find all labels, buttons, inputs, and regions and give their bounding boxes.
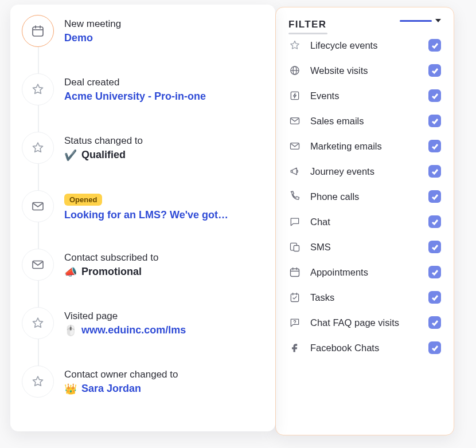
filter-option[interactable]: Appointments	[288, 266, 441, 278]
mail-icon	[288, 115, 301, 127]
filter-option-label: Website visits	[310, 65, 419, 76]
filter-option[interactable]: Tasks	[288, 291, 441, 304]
filter-option-label: Facebook Chats	[310, 343, 419, 353]
timeline-item-label: Status changed to	[64, 135, 265, 147]
filter-option-label: SMS	[310, 242, 419, 253]
inline-emoji-icon: ✔️	[64, 150, 77, 160]
filter-checkbox[interactable]	[428, 316, 441, 329]
timeline-connector	[38, 164, 39, 191]
star-icon	[22, 73, 54, 105]
phone-icon	[288, 190, 301, 203]
bolt-page-icon	[288, 89, 301, 102]
filter-option-label: Tasks	[310, 292, 419, 303]
star-icon	[22, 366, 54, 398]
timeline-item[interactable]: Contact subscribed to📣Promotional	[22, 249, 265, 307]
star-icon	[22, 307, 54, 339]
filter-option-label: Events	[310, 91, 419, 101]
filter-option-label: Chat	[310, 217, 419, 227]
activity-timeline-card: New meetingDemoDeal createdAcme Universi…	[10, 5, 275, 431]
task-icon	[288, 291, 301, 304]
filter-checkbox[interactable]	[428, 341, 441, 354]
filter-option-label: Chat FAQ page visits	[310, 317, 419, 328]
timeline-item-value: Promotional	[81, 266, 142, 278]
filter-option-label: Marketing emails	[310, 141, 419, 152]
filter-checkbox[interactable]	[428, 115, 441, 127]
timeline-item-label: Visited page	[64, 311, 265, 322]
timeline-item-label: Contact owner changed to	[64, 369, 265, 380]
filter-sort-indicator	[400, 20, 432, 22]
star-icon	[22, 132, 54, 164]
filter-checkbox[interactable]	[428, 64, 441, 77]
filter-option[interactable]: Marketing emails	[288, 140, 441, 152]
timeline-item[interactable]: New meetingDemo	[22, 15, 265, 73]
filter-option[interactable]: SMS	[288, 241, 441, 253]
filter-option[interactable]: Events	[288, 89, 441, 102]
mail-icon	[288, 140, 301, 152]
timeline-item-body: Contact subscribed to📣Promotional	[64, 249, 265, 278]
timeline-item-label: New meeting	[64, 18, 265, 30]
filter-option[interactable]: Website visits	[288, 64, 441, 77]
timeline-item-body: OpenedLooking for an LMS? We've got…	[64, 190, 265, 221]
timeline-item-body: Status changed to✔️Qualified	[64, 132, 265, 161]
filter-underline-gray	[288, 33, 327, 34]
timeline-item[interactable]: Status changed to✔️Qualified	[22, 132, 265, 190]
timeline-connector	[38, 47, 39, 74]
timeline-connector	[38, 222, 39, 249]
timeline-item[interactable]: Contact owner changed to👑Sara Jordan	[22, 366, 265, 398]
filter-panel: FILTER Lifecycle eventsWebsite visitsEve…	[275, 7, 454, 435]
filter-checkbox[interactable]	[428, 165, 441, 178]
filter-option-label: Lifecycle events	[310, 40, 419, 51]
timeline-item[interactable]: OpenedLooking for an LMS? We've got…	[22, 190, 265, 249]
filter-option-label: Sales emails	[310, 116, 419, 127]
filter-option-label: Appointments	[310, 267, 419, 278]
timeline-item[interactable]: Visited page🖱️www.eduinc.com/lms	[22, 307, 265, 366]
filter-checkbox[interactable]	[428, 190, 441, 203]
status-badge: Opened	[64, 194, 102, 206]
star-icon	[288, 39, 301, 52]
filter-checkbox[interactable]	[428, 291, 441, 304]
calendar-icon	[288, 266, 301, 278]
timeline-item-value[interactable]: Sara Jordan	[81, 383, 141, 395]
filter-option[interactable]: Phone calls	[288, 190, 441, 203]
mail-icon	[22, 190, 54, 222]
globe-icon	[288, 64, 301, 77]
filter-checkbox[interactable]	[428, 241, 441, 253]
timeline-item-label: Deal created	[64, 77, 265, 88]
filter-title: FILTER	[288, 19, 327, 30]
faq-icon	[288, 316, 301, 329]
filter-options-list: Lifecycle eventsWebsite visitsEventsSale…	[288, 39, 441, 354]
filter-option[interactable]: Journey events	[288, 165, 441, 178]
filter-option[interactable]: Lifecycle events	[288, 39, 441, 52]
timeline-item-value[interactable]: www.eduinc.com/lms	[81, 324, 186, 336]
filter-checkbox[interactable]	[428, 89, 441, 102]
inline-emoji-icon: 👑	[64, 384, 77, 394]
sms-icon	[288, 241, 301, 253]
timeline-item-body: Deal createdAcme University - Pro-in-one	[64, 73, 265, 103]
timeline-item-value[interactable]: Demo	[64, 32, 93, 44]
chat-icon	[288, 215, 301, 228]
timeline-item-value: Qualified	[81, 149, 126, 161]
megaphone-icon	[288, 165, 301, 178]
mail-icon	[22, 249, 54, 281]
timeline-connector	[38, 281, 39, 308]
filter-checkbox[interactable]	[428, 215, 441, 228]
filter-option[interactable]: Chat	[288, 215, 441, 228]
filter-option[interactable]: Sales emails	[288, 115, 441, 127]
filter-option[interactable]: Chat FAQ page visits	[288, 316, 441, 329]
timeline-item-value[interactable]: Looking for an LMS? We've got…	[64, 209, 228, 221]
inline-emoji-icon: 📣	[64, 267, 77, 277]
timeline-item-label: Contact subscribed to	[64, 252, 265, 264]
timeline-item-body: Visited page🖱️www.eduinc.com/lms	[64, 307, 265, 336]
timeline-connector	[38, 105, 39, 132]
timeline-item-body: Contact owner changed to👑Sara Jordan	[64, 366, 265, 395]
filter-checkbox[interactable]	[428, 140, 441, 152]
filter-checkbox[interactable]	[428, 39, 441, 52]
filter-sort-dropdown[interactable]	[394, 19, 441, 22]
filter-option[interactable]: Facebook Chats	[288, 341, 441, 354]
timeline-item[interactable]: Deal createdAcme University - Pro-in-one	[22, 73, 265, 132]
filter-checkbox[interactable]	[428, 266, 441, 278]
filter-option-label: Journey events	[310, 166, 419, 177]
timeline-item-body: New meetingDemo	[64, 15, 265, 44]
timeline-item-value[interactable]: Acme University - Pro-in-one	[64, 91, 206, 103]
inline-emoji-icon: 🖱️	[64, 325, 77, 336]
